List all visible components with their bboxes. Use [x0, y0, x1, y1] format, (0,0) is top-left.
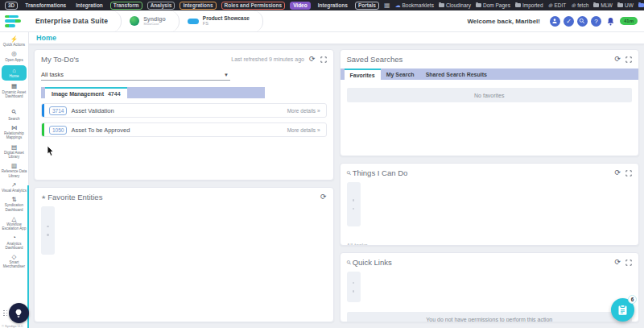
session-timer-badge[interactable]: 41m [620, 17, 638, 25]
fab-count-badge: 6 [628, 295, 637, 304]
sidebar-item-search[interactable]: ⚲ Search [0, 101, 28, 123]
sidebar-item-relationship-mappings[interactable]: ⋈ Relationship Mappings [0, 123, 28, 143]
status-bar-blue [42, 104, 44, 117]
showcase-title: Syndigo [143, 16, 166, 22]
sidebar-item-smart-merchandiser[interactable]: ◇ Smart Merchandiser [0, 252, 28, 272]
lightbulb-icon [13, 308, 24, 319]
refresh-icon[interactable]: ⟳ [320, 193, 327, 201]
status-bar-green [42, 123, 44, 136]
bookmark-fetch[interactable]: ⊕fetch [571, 2, 588, 9]
bookmark-folder-mlw[interactable]: MLW [593, 2, 613, 8]
search-button[interactable] [577, 16, 588, 27]
app-header: Enterprise Data Suite SyndigoShowCase Pr… [0, 10, 644, 32]
bookmark-transform[interactable]: Transform [110, 2, 142, 10]
context-title: Product Showcase [203, 15, 250, 21]
sidebar-item-syndication-dashboard[interactable]: ⇅ Syndication Dashboard [0, 195, 28, 214]
bookmark-portals[interactable]: Portals [355, 2, 379, 10]
no-favorites-message: No favorites [347, 88, 633, 102]
tab-shared-search-results[interactable]: Shared Search Results [420, 69, 493, 80]
person-icon [551, 18, 558, 24]
apps-grid-icon[interactable]: ▦ [384, 2, 390, 9]
favorite-entities-card: ★ Favorite Entities ⟳ [34, 187, 334, 322]
clipboard-icon [617, 304, 629, 316]
todo-card-title: My To-Do's [41, 55, 79, 64]
tasks-button[interactable]: ✓ [564, 16, 574, 27]
bookmark-edit[interactable]: ⊕EDIT [548, 2, 567, 9]
more-details-link[interactable]: More details » [287, 108, 326, 114]
main-content: Home My To-Do's Last refreshed 9 minutes… [29, 32, 644, 328]
todo-row-asset-validation[interactable]: 3714 Asset Validation More details » [41, 103, 327, 118]
expand-icon[interactable] [625, 170, 632, 176]
bookmark-folder-cloudinary[interactable]: Cloudinary [439, 2, 471, 8]
expand-icon[interactable] [625, 259, 632, 266]
star-icon: ★ [41, 194, 46, 201]
context-subtitle: FS [203, 21, 250, 27]
notifications-bell-icon[interactable] [606, 17, 615, 26]
bookmark-folder-imported[interactable]: Imported [515, 2, 543, 8]
refresh-icon[interactable]: ⟳ [614, 56, 621, 63]
analytics-dashboard-icon: ◔ [1, 235, 27, 241]
help-button[interactable]: ? [591, 16, 601, 27]
count-badge: 1050 [49, 126, 67, 135]
bookmark-folder-dom-pages[interactable]: Dom Pages [476, 2, 510, 8]
analytics-trend-icon: ↗ [1, 182, 27, 189]
bookmark-analysis[interactable]: Analysis [147, 2, 175, 10]
search-icon [579, 18, 585, 24]
sidebar-item-visual-analytics[interactable]: ↗ Visual Analytics [0, 181, 28, 195]
sidebar-item-quick-actions[interactable]: ⚡ Quick Actions [0, 35, 28, 49]
sidebar-item-digital-asset-library[interactable]: ▤ Digital Asset Library [0, 143, 28, 162]
bookmark-folder-bookmarklets[interactable]: ☁Bookmarklets [395, 2, 434, 9]
tasks-clipboard-fab[interactable]: 6 [611, 298, 634, 322]
reference-data-icon: ▥ [1, 163, 27, 169]
syndigo-logo[interactable] [5, 15, 21, 27]
saved-searches-card: Saved Searches ⟳ Favorites My Search Sha… [340, 49, 640, 156]
breadcrumb-home[interactable]: Home [36, 34, 56, 42]
merchandiser-icon: ◇ [1, 254, 27, 260]
sidebar-item-home[interactable]: ⌂ Home [2, 65, 27, 81]
tab-my-search[interactable]: My Search [381, 69, 420, 80]
globe-icon: ⊕ [571, 2, 576, 9]
magnifier-icon: ⚲ [345, 259, 352, 266]
idea-lightbulb-fab[interactable] [3, 303, 29, 323]
refresh-icon[interactable]: ⟳ [309, 56, 316, 63]
bookmark-integrations[interactable]: Integrations [180, 2, 216, 10]
breadcrumb-context[interactable]: Product ShowcaseFS [180, 10, 263, 32]
breadcrumb: Home [29, 32, 644, 44]
bookmark-video[interactable]: Video [290, 2, 311, 10]
bookmark-transformations[interactable]: Transformations [23, 2, 68, 9]
todo-row-asset-to-be-approved[interactable]: 1050 Asset To be Approved More details » [41, 122, 327, 137]
sidebar-item-reference-data-library[interactable]: ▥ Reference Data Library [0, 161, 28, 181]
sidebar-item-workflow-escalation-app[interactable]: △ Workflow Escalation App [0, 214, 28, 234]
todo-card: My To-Do's Last refreshed 9 minutes ago … [34, 49, 334, 181]
bookmark-roles-permissions[interactable]: Roles and Permissions [221, 2, 286, 10]
folder-icon [476, 3, 481, 7]
sidebar-item-dynamic-asset-dashboard[interactable]: ▦ Dynamic Asset Dashboard [0, 81, 28, 101]
loading-skeleton [41, 206, 55, 255]
home-icon: ⌂ [2, 68, 26, 74]
profile-button[interactable] [550, 16, 560, 27]
breadcrumb-app-title[interactable]: Enterprise Data Suite [27, 10, 122, 32]
bookmark-integration[interactable]: Integration [73, 2, 105, 9]
expand-icon[interactable] [320, 56, 327, 63]
favorite-entities-title: Favorite Entities [47, 193, 102, 201]
expand-icon[interactable] [625, 56, 632, 63]
workflow-icon: △ [1, 216, 27, 222]
bookmark-folder-pgw[interactable]: PGW [638, 2, 644, 8]
breadcrumb-showcase[interactable]: SyndigoShowCase [122, 10, 180, 32]
saved-searches-tabstrip: Favorites My Search Shared Search Result… [341, 69, 639, 80]
refresh-icon[interactable]: ⟳ [614, 259, 621, 266]
refresh-icon[interactable]: ⟳ [614, 169, 621, 176]
bookmark-3d[interactable]: 3D [5, 2, 18, 10]
loading-skeleton [347, 272, 361, 302]
tab-favorites[interactable]: Favorites [345, 69, 381, 80]
chevron-down-icon: ▼ [224, 73, 229, 77]
bookmark-integrations-2[interactable]: Integrations [316, 2, 350, 9]
things-i-can-do-card: ⚲ Things I Can Do ⟳ All tasks [340, 163, 640, 246]
sidebar-item-open-apps[interactable]: ◎ Open Apps [0, 49, 28, 64]
drag-handle-icon[interactable] [3, 310, 8, 317]
bookmark-folder-uw[interactable]: UW [617, 2, 634, 8]
sidebar-item-analytics-dashboard[interactable]: ◔ Analytics Dashboard [0, 233, 28, 252]
tab-image-management[interactable]: Image Management 4744 [45, 87, 127, 98]
more-details-link[interactable]: More details » [287, 127, 326, 133]
task-filter-select[interactable]: All tasks ▼ [41, 69, 230, 81]
